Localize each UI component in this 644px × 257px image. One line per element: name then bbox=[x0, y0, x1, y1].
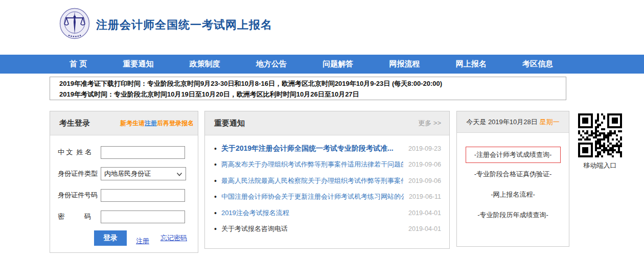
login-panel-header: 考生登录 新考生请注册后再登录报名 bbox=[50, 111, 198, 135]
nav-item-faq[interactable]: 问题解答 bbox=[323, 59, 353, 69]
nav-item-home[interactable]: 首 页 bbox=[70, 59, 87, 69]
nav-item-policies[interactable]: 政策制度 bbox=[190, 59, 220, 69]
site-header: 注册会计师全国统一考试网上报名 bbox=[0, 0, 644, 55]
list-item: • 最高人民法院最高人民检察院关于办理组织考试作弊等刑事案件... 2019-0… bbox=[205, 173, 449, 189]
name-label: 中 文 姓 名 bbox=[58, 148, 101, 157]
today-date-header: 今天是 2019年10月28日 星期一 bbox=[457, 111, 569, 133]
notices-title: 重要通知 bbox=[205, 119, 245, 128]
page-title: 注册会计师全国统一考试网上报名 bbox=[96, 17, 272, 33]
list-item: • 两高发布关于办理组织考试作弊等刑事案件适用法律若干问题的... 2019-0… bbox=[205, 157, 449, 173]
bullet-icon: • bbox=[214, 145, 217, 153]
notice-link[interactable]: 2019注会考试报名流程 bbox=[221, 208, 403, 218]
id-type-label: 身份证件类型 bbox=[58, 169, 101, 178]
list-item: • 中国注册会计师协会关于更新注册会计师考试机考练习网站的公... 2019-0… bbox=[205, 189, 449, 205]
bullet-icon: • bbox=[214, 160, 217, 169]
nav-item-registration-process[interactable]: 网报流程 bbox=[389, 59, 420, 69]
exam-schedule-notice: 2019年准考证下载打印时间：专业阶段北京时间9月23-30日和10月8-16日… bbox=[50, 77, 566, 100]
id-type-selected-value: 内地居民身份证 bbox=[104, 169, 151, 178]
notice-date: 2019-09-23 bbox=[408, 145, 441, 152]
register-link[interactable]: 注册 bbox=[136, 237, 149, 246]
notice-link[interactable]: 关于考试报名咨询电话 bbox=[221, 224, 403, 233]
historical-scores-link[interactable]: -专业阶段历年成绩查询- bbox=[477, 211, 548, 220]
bullet-icon: • bbox=[214, 209, 217, 217]
quick-links-panel: 今天是 2019年10月28日 星期一 -注册会计师考试成绩查询- -专业阶段合… bbox=[456, 111, 569, 247]
today-date: 今天是 2019年10月28日 bbox=[466, 118, 537, 127]
notice-list: • 关于2019年注册会计师全国统一考试专业阶段考试准... 2019-09-2… bbox=[205, 135, 449, 237]
chinese-name-field[interactable] bbox=[101, 146, 185, 159]
chevron-down-icon bbox=[176, 171, 182, 177]
page: 注册会计师全国统一考试网上报名 首 页 重要通知 政策制度 地方公告 问题解答 … bbox=[0, 0, 644, 257]
important-notices-panel: 重要通知 更多 >> • 关于2019年注册会计师全国统一考试专业阶段考试准..… bbox=[204, 111, 450, 249]
notice-link[interactable]: 关于2019年注册会计师全国统一考试专业阶段考试准... bbox=[221, 144, 403, 153]
new-candidate-hint: 新考生请注册后再登录报名 bbox=[120, 119, 198, 128]
notice-link[interactable]: 最高人民法院最高人民检察院关于办理组织考试作弊等刑事案件... bbox=[221, 176, 403, 185]
cicpa-logo-icon bbox=[59, 8, 90, 39]
list-item: • 2019注会考试报名流程 2019-04-01 bbox=[205, 205, 449, 221]
bullet-icon: • bbox=[214, 177, 217, 185]
id-number-label: 身份证件号码 bbox=[58, 191, 101, 200]
notice-date: 2019-04-01 bbox=[408, 225, 441, 232]
quick-links: -注册会计师考试成绩查询- -专业阶段合格证真伪验证- -网上报名流程- -专业… bbox=[457, 133, 569, 220]
register-inline-link[interactable]: 注册 bbox=[145, 120, 157, 127]
password-label: 密 码 bbox=[58, 212, 101, 221]
forgot-password-link[interactable]: 忘记密码 bbox=[160, 233, 187, 243]
weekday: 星期一 bbox=[540, 118, 560, 127]
notices-panel-header: 重要通知 更多 >> bbox=[205, 111, 449, 135]
login-title: 考生登录 bbox=[50, 119, 90, 128]
main-nav: 首 页 重要通知 政策制度 地方公告 问题解答 网报流程 网上报名 考区信息 bbox=[0, 55, 644, 74]
nav-item-local-announcements[interactable]: 地方公告 bbox=[256, 59, 287, 69]
score-query-link[interactable]: -注册会计师考试成绩查询- bbox=[474, 150, 552, 159]
login-form: 中 文 姓 名 身份证件类型 内地居民身份证 身份证件号码 密 码 登录 bbox=[50, 135, 198, 246]
notice-line-exam-time: 2019年考试时间：专业阶段北京时间10月19日至10月20日，欧洲考区比利时时… bbox=[59, 89, 566, 100]
bullet-icon: • bbox=[214, 225, 217, 233]
hint-prefix: 新考生请 bbox=[120, 120, 145, 127]
bullet-icon: • bbox=[214, 193, 217, 201]
hint-suffix: 后再登录报名 bbox=[157, 120, 194, 127]
notice-date: 2019-09-06 bbox=[408, 177, 441, 184]
more-link[interactable]: 更多 >> bbox=[418, 119, 449, 128]
id-number-field[interactable] bbox=[101, 189, 185, 202]
id-type-select[interactable]: 内地居民身份证 bbox=[101, 167, 186, 180]
notice-date: 2019-09-06 bbox=[408, 161, 441, 168]
score-query-highlight-box: -注册会计师考试成绩查询- bbox=[466, 147, 561, 163]
mobile-entry-label: 移动端入口 bbox=[577, 161, 624, 170]
list-item: • 关于2019年注册会计师全国统一考试专业阶段考试准... 2019-09-2… bbox=[205, 141, 449, 157]
notice-line-print-time: 2019年准考证下载打印时间：专业阶段北京时间9月23-30日和10月8-16日… bbox=[59, 78, 566, 89]
notice-link[interactable]: 中国注册会计师协会关于更新注册会计师考试机考练习网站的公... bbox=[221, 192, 404, 201]
nav-item-important-notices[interactable]: 重要通知 bbox=[123, 59, 153, 69]
certificate-verify-link[interactable]: -专业阶段合格证真伪验证- bbox=[474, 170, 552, 179]
registration-process-link[interactable]: -网上报名流程- bbox=[491, 190, 535, 199]
mobile-entry-block: 移动端入口 bbox=[577, 113, 624, 170]
qr-code bbox=[578, 113, 622, 157]
nav-item-online-registration[interactable]: 网上报名 bbox=[456, 59, 487, 69]
notice-date: 2019-04-01 bbox=[408, 209, 441, 217]
list-item: • 关于考试报名咨询电话 2019-04-01 bbox=[205, 221, 449, 238]
login-button[interactable]: 登录 bbox=[94, 230, 127, 246]
password-field[interactable] bbox=[101, 211, 185, 223]
nav-item-exam-area-info[interactable]: 考区信息 bbox=[522, 59, 553, 69]
candidate-login-panel: 考生登录 新考生请注册后再登录报名 中 文 姓 名 身份证件类型 内地居民身份证… bbox=[50, 111, 198, 253]
notice-date: 2019-06-11 bbox=[409, 193, 441, 200]
notice-link[interactable]: 两高发布关于办理组织考试作弊等刑事案件适用法律若干问题的... bbox=[221, 160, 403, 169]
